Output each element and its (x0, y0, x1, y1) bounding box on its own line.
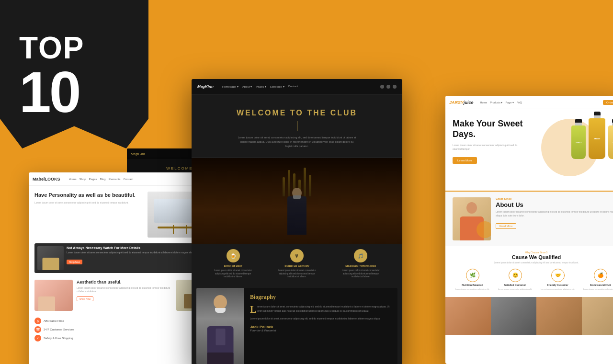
sc-left-card-btn[interactable]: Shop Now (67, 260, 82, 264)
social-icon (380, 85, 384, 89)
bottle-label: JARSY (594, 137, 600, 140)
sc-right-qualified-subtitle: Why Choose Since 5 (453, 251, 613, 254)
sc-right-qualified-desc: Lorem ipsum dolor sit amet consectetur a… (453, 262, 613, 265)
screenshot-right: JARSYjuice Home Products ▾ Page ▾ FAQ Or… (445, 96, 613, 364)
social-icon (393, 85, 397, 89)
feature-nutrition-icon: 🌿 (466, 269, 479, 282)
card-furniture (42, 258, 59, 270)
sc-right-feature: 😊 Satisfied Customer Lorem ipsum consect… (495, 269, 535, 291)
nav-link[interactable]: Home (480, 101, 488, 104)
sc-right-about-btn[interactable]: Read More (496, 223, 516, 229)
sc-center-icon-title: Drink of Beer (224, 264, 242, 267)
gallery-item-3 (536, 297, 582, 335)
legs (207, 353, 234, 364)
sc-left-hero-text: Have Personality as well as be beautiful… (34, 192, 143, 238)
feature-icon: $ (34, 318, 41, 324)
nav-link[interactable]: Schedule ▾ (270, 85, 284, 88)
nav-link[interactable]: Contact (288, 85, 298, 88)
sc-left-card-desc: Lorem ipsum dolor sit amet consectetur a… (67, 251, 212, 254)
gallery-item-4: › (582, 297, 613, 335)
sc-right-nav: JARSYjuice Home Products ▾ Page ▾ FAQ Or… (445, 96, 613, 109)
bottle-cap (594, 112, 601, 115)
nav-link[interactable]: Home (69, 178, 77, 181)
sc-center-icon-item: 🎵 Magician Performance Lorem ipsum dolor… (329, 249, 393, 278)
comedy-icon: 🎙 (290, 249, 304, 262)
juice-bottle-3: JARSY (608, 119, 613, 159)
sc-right-nav-logo: JARSYjuice (449, 100, 474, 105)
bottle-cap (575, 119, 582, 123)
sc-left-section-desc: Lorem ipsum dolor sit amet consectetur a… (77, 286, 172, 293)
sc-right-feature: 🤝 Friendly Customer Lorem ipsum consecte… (538, 269, 578, 291)
nav-link[interactable]: FAQ (517, 101, 522, 104)
sofa-img (38, 296, 55, 311)
sc-left-section-title: Aesthetic than useful. (77, 280, 172, 284)
sc-right-qualified-title: Cause We Qualified (453, 254, 613, 260)
sc-center-bio-name: Jack Pollock (250, 325, 392, 329)
sc-right-nav-links: Home Products ▾ Page ▾ FAQ (480, 101, 600, 104)
bottle-body: JARSY (608, 125, 613, 159)
feature-text: Affordable Price (44, 319, 64, 322)
sc-right-hero-btn[interactable]: Learn More (453, 157, 477, 164)
feature-satisfied-icon: 😊 (509, 269, 522, 282)
sc-right-about-text: Great Since About Us Lorem ipsum dolor s… (496, 197, 613, 240)
sc-center-icon-title: Magician Performance (345, 264, 376, 267)
nav-link[interactable]: About ▾ (242, 85, 252, 88)
about-circle-decor (477, 221, 491, 238)
sc-center-icon-title: Stand-up Comedy (284, 264, 309, 267)
juice-bottles: JARSY JARSY JARSY (571, 112, 613, 159)
nav-link[interactable]: Page ▾ (505, 101, 513, 104)
sc-center-icon-item: 🎙 Stand-up Comedy Lorem ipsum dolor sit … (265, 249, 329, 278)
vest (216, 329, 225, 345)
social-icon (386, 85, 390, 89)
sc-center-img-overlay (192, 158, 402, 244)
feature-text: 24/7 Customer Services (44, 328, 74, 331)
sc-right-about-subtitle: Great Since (496, 197, 613, 200)
nav-link[interactable]: Elements (109, 178, 121, 181)
sc-left-section-img (34, 280, 73, 311)
nav-link[interactable]: Contact (124, 178, 134, 181)
nav-link[interactable]: Blog (100, 178, 106, 181)
sc-left-feature: $ Affordable Price (34, 318, 215, 324)
gallery-item-2 (491, 297, 536, 335)
about-person-head (466, 202, 477, 214)
sc-center-icon-item: 🍺 Drink of Beer Lorem ipsum dolor sit am… (201, 249, 265, 278)
dark-bg-logo: MagK inn (131, 152, 145, 156)
sc-center-bio-img (196, 288, 244, 364)
nav-link[interactable]: Products ▾ (490, 101, 502, 104)
bottle-label: JARSY (575, 141, 581, 144)
sc-center-bio-role: Founder & Illusionist (250, 329, 392, 332)
feature-desc: Lorem ipsum consectetur adipiscing elit. (498, 288, 532, 291)
furniture-leg (173, 225, 174, 234)
sc-right-feature: 🌿 Nutrition Balanced Lorem ipsum consect… (453, 269, 492, 291)
sc-center-icons-row: 🍺 Drink of Beer Lorem ipsum dolor sit am… (192, 244, 402, 283)
feature-text: Safety & Free Shipping (44, 337, 73, 340)
nav-link[interactable]: Pages (89, 178, 97, 181)
feature-friendly-icon: 🤝 (551, 269, 565, 282)
feature-desc: Lorem ipsum consectetur adipiscing elit. (455, 288, 489, 291)
sc-center-icon-desc: Lorem ipsum dolor sit amet consectetur a… (278, 269, 316, 278)
sc-right-about-title: About Us (496, 201, 613, 208)
feature-icon: ✓ (34, 335, 41, 341)
sc-left-feature: ☎ 24/7 Customer Services (34, 326, 215, 333)
nav-link[interactable]: Pages ▾ (256, 85, 266, 88)
sc-left-card-title: Not Always Necessary Watch For More Deta… (67, 246, 212, 250)
beard-detail (215, 308, 226, 313)
music-icon: 🎵 (354, 249, 367, 262)
sc-center-hero-divider (297, 121, 297, 131)
bottle-body: JARSY (571, 125, 586, 159)
sc-left-nav-links: Home Shop Pages Blog Elements Contact (69, 178, 134, 181)
sc-right-feature: 🍊 From Natural Fruit Lorem ipsum consect… (580, 269, 613, 291)
nav-link[interactable]: Homepage ▾ (222, 85, 238, 88)
sc-center-icon-desc: Lorem ipsum dolor sit amet consectetur a… (214, 269, 252, 278)
feature-icon: ☎ (34, 326, 41, 333)
sc-center-icon-desc: Lorem ipsum dolor sit amet consectetur a… (341, 269, 380, 278)
sc-right-hero-text: Lorem ipsum dolor sit amet consectetur a… (453, 143, 520, 151)
feature-desc: Lorem ipsum consectetur adipiscing elit. (583, 288, 613, 291)
sc-center-nav-logo: MagKinn (197, 84, 214, 89)
juice-bottle-1: JARSY (571, 119, 586, 159)
section-btn[interactable]: Shop Now (77, 296, 93, 301)
nav-link[interactable]: Shop (79, 178, 86, 181)
hero-desc: Lorem ipsum dolor sit amet consectetur a… (34, 201, 143, 205)
feature-title: Nutrition Balanced (462, 284, 483, 286)
sc-right-nav-btn[interactable]: Order Now (603, 100, 613, 105)
